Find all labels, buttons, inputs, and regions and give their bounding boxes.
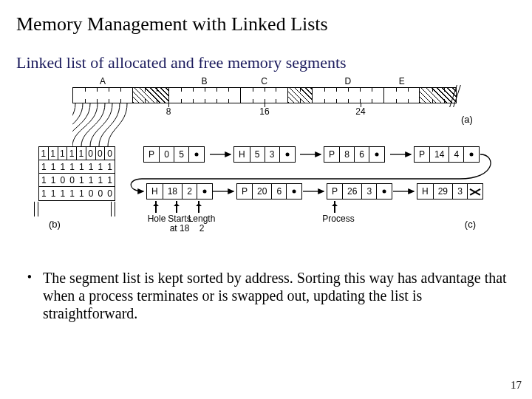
node-cell: 20 <box>253 184 272 199</box>
list-node: H182 <box>146 183 213 200</box>
bitmap-cell: 1 <box>77 187 86 200</box>
pointer-icon <box>197 184 212 199</box>
pointer-icon <box>287 184 301 199</box>
ann-process: Process <box>318 214 359 224</box>
bitmap-box: 11111000111111111100111111111000 <box>38 146 115 201</box>
bitmap-cell: 1 <box>39 160 49 173</box>
list-node: P144 <box>414 146 480 163</box>
bullet-icon: • <box>16 269 43 322</box>
bitmap-cell: 1 <box>77 160 86 173</box>
bitmap-cell: 1 <box>49 147 58 160</box>
bitmap-cell: 1 <box>58 187 68 200</box>
bitmap-row: 11111000 <box>39 147 115 160</box>
bitmap-cell: 0 <box>86 147 96 160</box>
memory-segment <box>133 88 169 103</box>
list-node: P86 <box>324 146 385 163</box>
bitmap-cell: 1 <box>49 187 58 200</box>
pointer-icon <box>369 147 384 162</box>
bullet-item: • The segment list is kept sorted by add… <box>16 269 516 322</box>
list-node: H53 <box>233 146 296 163</box>
node-cell: 14 <box>430 147 449 162</box>
list-node: P206 <box>236 183 302 200</box>
memory-segment <box>420 88 456 103</box>
node-cell: P <box>237 184 253 199</box>
node-cell: 5 <box>174 147 189 162</box>
segment-label: C <box>261 76 267 86</box>
bitmap-cell: 1 <box>39 174 49 186</box>
page-subtitle: Linked list of allocated and free memory… <box>16 53 516 72</box>
list-node: P05 <box>143 146 205 163</box>
bitmap-cell: 1 <box>49 160 58 173</box>
bullet-text: The segment list is kept sorted by addre… <box>43 269 516 322</box>
node-cell: P <box>415 147 430 162</box>
pointer-icon <box>280 147 295 162</box>
node-cell: 0 <box>160 147 174 162</box>
node-cell: 3 <box>362 184 377 199</box>
bitmap-row: 11001111 <box>39 174 115 187</box>
arrow-icon <box>334 201 335 213</box>
page-title: Memory Management with Linked Lists <box>16 13 516 35</box>
memory-bar: ABCDE <box>72 87 457 103</box>
bitmap-cell: 1 <box>105 174 115 186</box>
label-b: (b) <box>49 219 61 230</box>
node-cell: P <box>144 147 160 162</box>
node-cell: H <box>234 147 250 162</box>
diagram: ABCDE 81624 (a) 111110001111111111001111… <box>16 83 504 260</box>
bitmap-cell: 1 <box>86 160 96 173</box>
bitmap-cell: 1 <box>58 160 68 173</box>
arrow-icon <box>155 201 157 213</box>
node-cell: 4 <box>449 147 464 162</box>
arrow-icon <box>198 201 200 213</box>
null-pointer-icon <box>468 184 482 199</box>
node-cell: 5 <box>250 147 265 162</box>
memory-segment: C <box>241 88 289 103</box>
memory-segment <box>288 88 312 103</box>
pointer-icon <box>189 147 204 162</box>
node-cell: 8 <box>340 147 355 162</box>
bitmap-cell: 0 <box>96 147 106 160</box>
list-node: H293 <box>417 183 483 200</box>
tick-label: 24 <box>355 106 365 117</box>
node-cell: 3 <box>265 147 280 162</box>
bitmap-row: 11111111 <box>39 160 115 174</box>
bitmap-cell: 0 <box>96 187 106 200</box>
bitmap-cell: 1 <box>96 160 106 173</box>
bitmap-cell: 1 <box>67 147 77 160</box>
bitmap-cell: 1 <box>86 174 96 186</box>
node-cell: H <box>417 184 434 199</box>
bitmap-cell: 0 <box>105 147 115 160</box>
bitmap-cell: 1 <box>105 160 115 173</box>
page-number: 17 <box>511 379 522 392</box>
bitmap-cell: 1 <box>77 174 86 186</box>
node-cell: 6 <box>272 184 287 199</box>
break-icon <box>111 201 121 216</box>
bitmap-cell: 1 <box>67 160 77 173</box>
node-cell: P <box>324 147 340 162</box>
bitmap-cell: 1 <box>67 187 77 200</box>
bitmap-cell: 1 <box>39 187 49 200</box>
pointer-icon <box>464 147 479 162</box>
segment-label: A <box>100 76 106 86</box>
bitmap-cell: 0 <box>105 187 115 200</box>
bitmap-row: 11111000 <box>39 187 115 200</box>
segment-label: B <box>202 76 208 86</box>
node-cell: 29 <box>434 184 453 199</box>
node-cell: 3 <box>453 184 468 199</box>
node-cell: H <box>147 184 163 199</box>
node-cell: P <box>327 184 343 199</box>
bitmap-cell: 1 <box>39 147 49 160</box>
memory-segment: D <box>313 88 384 103</box>
node-cell: 26 <box>343 184 362 199</box>
label-c: (c) <box>465 219 476 230</box>
node-cell: 6 <box>355 147 369 162</box>
label-a: (a) <box>461 114 473 125</box>
ann-length: Length 2 <box>185 214 219 233</box>
segment-label: E <box>399 76 405 86</box>
memory-ticks: 81624 <box>72 103 457 112</box>
pointer-icon <box>377 184 392 199</box>
bitmap-cell: 0 <box>67 174 77 186</box>
break-icon <box>34 201 44 216</box>
bitmap-cell: 1 <box>77 147 86 160</box>
segment-label: D <box>344 76 351 86</box>
arrow-icon <box>176 201 177 213</box>
